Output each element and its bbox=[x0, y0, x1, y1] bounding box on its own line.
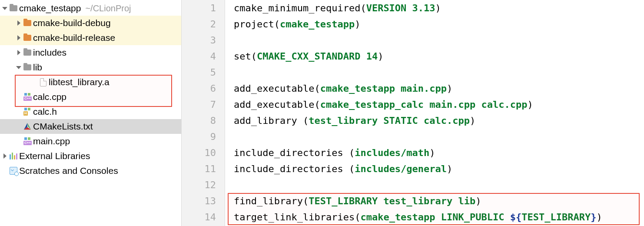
tree-item-main-cpp[interactable]: C++ main.cpp bbox=[0, 134, 181, 149]
tree-item-includes[interactable]: includes bbox=[0, 45, 181, 60]
tree-item-cmakelists[interactable]: CMakeLists.txt bbox=[0, 119, 181, 134]
line-number: 7 bbox=[182, 96, 216, 113]
tree-item-external-libraries[interactable]: External Libraries bbox=[0, 149, 181, 163]
tree-item-build-debug[interactable]: cmake-build-debug bbox=[0, 16, 181, 30]
tree-item-label: calc.cpp bbox=[33, 92, 66, 102]
code-line[interactable]: include_directories (includes/general) bbox=[234, 161, 644, 177]
tree-item-root[interactable]: cmake_testapp ~/CLionProj bbox=[0, 1, 181, 16]
project-tree[interactable]: cmake_testapp ~/CLionProj cmake-build-de… bbox=[0, 0, 182, 226]
chevron-right-icon[interactable] bbox=[2, 153, 8, 159]
tree-item-path: ~/CLionProj bbox=[85, 3, 131, 13]
tree-item-label: CMakeLists.txt bbox=[33, 121, 93, 132]
header-file-icon: H bbox=[22, 108, 33, 116]
line-number: 2 bbox=[182, 16, 216, 32]
folder-icon bbox=[22, 20, 33, 26]
scratches-icon bbox=[8, 167, 19, 175]
code-line[interactable]: target_link_libraries(cmake_testapp LINK… bbox=[234, 209, 644, 225]
tree-item-label: cmake-build-release bbox=[33, 33, 115, 43]
chevron-right-icon[interactable] bbox=[16, 50, 22, 55]
line-number: 10 bbox=[182, 145, 216, 161]
code-line[interactable]: set(CMAKE_CXX_STANDARD 14) bbox=[234, 48, 644, 64]
tree-item-lib[interactable]: lib bbox=[0, 60, 181, 75]
chevron-right-icon[interactable] bbox=[16, 35, 22, 40]
folder-icon bbox=[22, 50, 33, 56]
editor-code[interactable]: cmake_minimum_required(VERSION 3.13)proj… bbox=[225, 0, 644, 226]
code-line[interactable] bbox=[234, 177, 644, 193]
line-number: 3 bbox=[182, 32, 216, 48]
code-line[interactable]: cmake_minimum_required(VERSION 3.13) bbox=[234, 0, 644, 16]
line-number: 12 bbox=[182, 177, 216, 193]
libraries-icon bbox=[8, 153, 19, 160]
line-number: 4 bbox=[182, 48, 216, 64]
tree-item-label: External Libraries bbox=[19, 151, 90, 161]
line-number: 9 bbox=[182, 129, 216, 145]
cpp-file-icon: C++ bbox=[22, 93, 33, 101]
line-number: 5 bbox=[182, 64, 216, 80]
tree-item-calc-cpp[interactable]: C++ calc.cpp bbox=[0, 90, 181, 104]
tree-item-libtest[interactable]: libtest_library.a bbox=[0, 75, 181, 90]
tree-item-label: libtest_library.a bbox=[49, 77, 110, 87]
line-number: 14 bbox=[182, 209, 216, 225]
editor-gutter: 1234567891011121314 bbox=[182, 0, 225, 226]
tree-item-label: lib bbox=[33, 62, 42, 73]
tree-item-label: cmake-build-debug bbox=[33, 18, 111, 28]
code-line[interactable]: add_executable(cmake_testapp main.cpp) bbox=[234, 80, 644, 96]
tree-item-build-release[interactable]: cmake-build-release bbox=[0, 30, 181, 45]
tree-item-label: includes bbox=[33, 47, 66, 58]
chevron-down-icon[interactable] bbox=[16, 66, 22, 69]
code-line[interactable]: find_library(TEST_LIBRARY test_library l… bbox=[234, 193, 644, 209]
code-line[interactable] bbox=[234, 64, 644, 80]
folder-icon bbox=[22, 64, 33, 70]
code-line[interactable] bbox=[234, 32, 644, 48]
tree-item-calc-h[interactable]: H calc.h bbox=[0, 104, 181, 119]
tree-item-scratches[interactable]: Scratches and Consoles bbox=[0, 163, 181, 178]
code-line[interactable] bbox=[234, 129, 644, 145]
tree-item-label: Scratches and Consoles bbox=[19, 166, 118, 176]
line-number: 6 bbox=[182, 80, 216, 96]
tree-item-label: cmake_testapp bbox=[19, 3, 81, 13]
folder-icon bbox=[22, 35, 33, 41]
cpp-file-icon: C++ bbox=[22, 137, 33, 145]
file-icon bbox=[37, 78, 49, 86]
line-number: 11 bbox=[182, 161, 216, 177]
folder-icon bbox=[8, 5, 19, 11]
line-number: 1 bbox=[182, 0, 216, 16]
cmake-file-icon bbox=[22, 123, 33, 130]
code-line[interactable]: add_library (test_library STATIC calc.cp… bbox=[234, 113, 644, 129]
line-number: 13 bbox=[182, 193, 216, 209]
code-line[interactable]: add_executable(cmake_testapp_calc main.c… bbox=[234, 96, 644, 113]
line-number: 8 bbox=[182, 113, 216, 129]
tree-item-label: calc.h bbox=[33, 106, 57, 117]
tree-item-label: main.cpp bbox=[33, 136, 70, 146]
code-line[interactable]: include_directories (includes/math) bbox=[234, 145, 644, 161]
code-editor[interactable]: 1234567891011121314 cmake_minimum_requir… bbox=[182, 0, 644, 226]
code-line[interactable]: project(cmake_testapp) bbox=[234, 16, 644, 32]
chevron-down-icon[interactable] bbox=[2, 7, 8, 10]
chevron-right-icon[interactable] bbox=[16, 20, 22, 26]
